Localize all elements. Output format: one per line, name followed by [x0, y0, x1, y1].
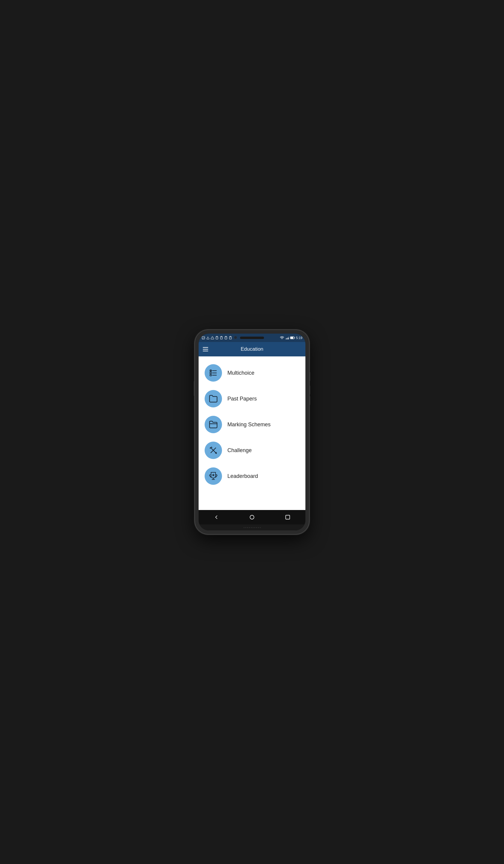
home-icon	[249, 514, 255, 520]
home-button[interactable]	[246, 511, 258, 523]
speaker-dot-5	[251, 527, 252, 528]
svg-rect-13	[294, 337, 295, 338]
clipboard-icon-3	[224, 336, 228, 339]
marking-schemes-icon-circle	[205, 416, 222, 433]
folder-icon	[209, 394, 218, 403]
multichoice-icon	[209, 368, 218, 377]
svg-marker-31	[212, 473, 215, 477]
phone-device: 5:19 Education	[195, 330, 309, 534]
svg-line-26	[212, 447, 213, 448]
navigation-bar	[199, 510, 305, 525]
svg-rect-33	[286, 515, 289, 519]
recent-icon	[285, 514, 291, 520]
app-title: Education	[212, 346, 292, 352]
clipboard-icon-2	[219, 336, 223, 339]
speaker-grille-top	[240, 337, 264, 339]
back-icon	[213, 514, 219, 520]
wifi-icon	[280, 336, 284, 340]
leaderboard-label: Leaderboard	[227, 473, 258, 479]
svg-point-32	[250, 515, 254, 519]
phone-screen: 5:19 Education	[199, 334, 305, 530]
speaker-dots	[243, 527, 261, 528]
status-icons-left	[202, 336, 232, 339]
app-bar: Education	[199, 342, 305, 357]
menu-item-multichoice[interactable]: Multichoice	[199, 360, 305, 386]
svg-point-1	[203, 337, 203, 338]
speaker-dot-2	[245, 527, 246, 528]
recent-button[interactable]	[282, 511, 294, 523]
clipboard-icon-1	[215, 336, 219, 339]
speaker-dot-4	[249, 527, 250, 528]
hamburger-menu-button[interactable]	[203, 347, 208, 351]
svg-marker-11	[288, 336, 289, 339]
svg-marker-10	[287, 337, 288, 339]
leaderboard-icon-circle	[205, 467, 222, 485]
hamburger-line-3	[203, 351, 208, 351]
back-button[interactable]	[210, 511, 222, 523]
folder-open-icon	[209, 420, 218, 429]
marking-schemes-label: Marking Schemes	[227, 421, 271, 428]
signal-icon	[285, 336, 289, 339]
svg-rect-16	[210, 372, 212, 374]
speaker-dot-10	[260, 527, 261, 528]
download-icon	[206, 336, 210, 339]
hamburger-line-2	[203, 349, 208, 349]
menu-item-leaderboard[interactable]: Leaderboard	[199, 463, 305, 489]
multichoice-label: Multichoice	[227, 370, 254, 376]
hamburger-line-1	[203, 347, 208, 348]
speaker-dot-6	[253, 527, 253, 528]
trophy-icon	[209, 472, 218, 481]
time-display: 5:19	[296, 336, 302, 339]
swords-icon	[209, 446, 218, 455]
speaker-dot-1	[243, 527, 244, 528]
main-content: Multichoice Past Papers	[199, 357, 305, 510]
challenge-label: Challenge	[227, 447, 252, 454]
status-icons-right: 5:19	[280, 336, 302, 340]
multichoice-icon-circle	[205, 364, 222, 382]
menu-item-past-papers[interactable]: Past Papers	[199, 386, 305, 411]
warning-icon	[211, 336, 214, 339]
clipboard-icon-4	[229, 336, 232, 339]
image-icon	[202, 336, 205, 339]
speaker-grille-bottom	[199, 525, 305, 530]
svg-rect-14	[290, 337, 293, 339]
speaker-dot-9	[258, 527, 259, 528]
speaker-dot-7	[254, 527, 255, 528]
challenge-icon-circle	[205, 442, 222, 459]
svg-marker-9	[286, 338, 287, 339]
camera	[234, 336, 237, 339]
speaker-dot-8	[256, 527, 257, 528]
menu-item-challenge[interactable]: Challenge	[199, 437, 305, 463]
speaker-dot-3	[247, 527, 248, 528]
svg-rect-17	[210, 374, 212, 376]
menu-item-marking-schemes[interactable]: Marking Schemes	[199, 411, 305, 437]
past-papers-label: Past Papers	[227, 396, 257, 402]
battery-icon	[290, 336, 295, 339]
past-papers-icon-circle	[205, 390, 222, 407]
